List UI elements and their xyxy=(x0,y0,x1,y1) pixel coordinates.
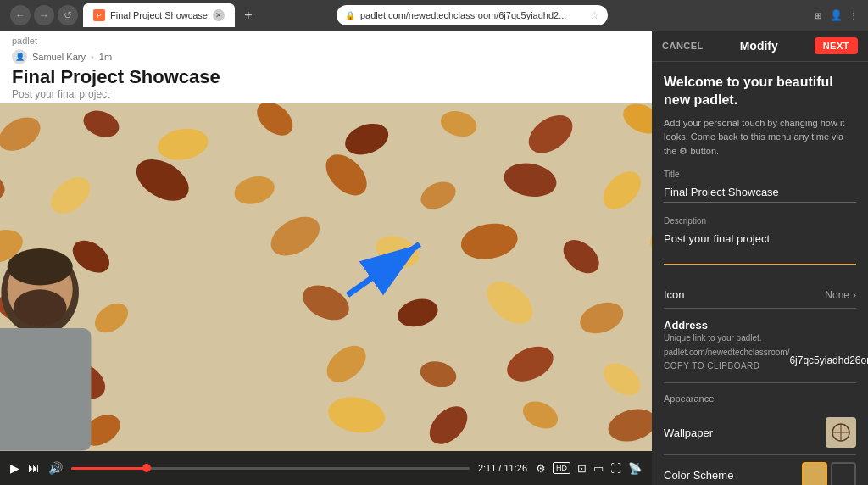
theater-icon[interactable]: ▭ xyxy=(593,462,604,475)
volume-button[interactable]: 🔊 xyxy=(48,461,63,475)
address-section: Address Unique link to your padlet. padl… xyxy=(664,319,856,383)
tab-favicon: P xyxy=(93,9,105,21)
svg-line-52 xyxy=(348,244,420,295)
settings-icon[interactable]: ⚙ xyxy=(536,462,546,475)
time-display: 2:11 / 11:26 xyxy=(478,463,527,473)
padlet-title: Final Project Showcase xyxy=(12,66,640,88)
wallpaper-label: Wallpaper xyxy=(664,426,713,439)
address-url: padlet.com/newedtechclassroom/ xyxy=(664,348,789,357)
tab-title: Final Project Showcase xyxy=(110,10,208,20)
extensions-icon: ⊞ xyxy=(810,8,826,23)
welcome-title: Welcome to your beautiful new padlet. xyxy=(664,74,856,109)
browser-toolbar: ⊞ 👤 ⋮ xyxy=(613,8,861,23)
title-field-section: Title xyxy=(664,170,856,203)
gear-inline-icon: ⚙ xyxy=(679,144,687,159)
color-scheme-label: Color Scheme xyxy=(664,469,733,482)
profile-icon: 👤 xyxy=(828,8,843,23)
svg-rect-50 xyxy=(0,328,91,451)
svg-point-48 xyxy=(8,248,73,285)
miniplayer-icon[interactable]: ⊡ xyxy=(577,462,587,475)
active-tab[interactable]: P Final Project Showcase ✕ xyxy=(83,3,235,27)
icon-row[interactable]: Icon None › xyxy=(664,282,856,309)
progress-thumb xyxy=(142,464,151,472)
browser-chrome: ← → ↺ P Final Project Showcase ✕ + 🔒 pad… xyxy=(0,0,868,31)
progress-fill xyxy=(71,467,147,470)
video-controls: ▶ ⏭ 🔊 2:11 / 11:26 ⚙ HD ⊡ ▭ ⛶ 📡 xyxy=(0,451,652,485)
avatar: 👤 xyxy=(12,49,27,64)
bottom-control-icons: ⚙ HD ⊡ ▭ ⛶ 📡 xyxy=(536,462,642,475)
welcome-desc: Add your personal touch by changing how … xyxy=(664,116,856,159)
svg-point-49 xyxy=(14,290,67,326)
description-field-label: Description xyxy=(664,216,856,226)
star-icon: ☆ xyxy=(590,9,599,21)
new-tab-button[interactable]: + xyxy=(238,5,259,25)
icon-row-value: None › xyxy=(825,289,856,301)
padlet-brand: padlet xyxy=(12,36,640,46)
modify-panel: CANCEL Modify NEXT Welcome to your beaut… xyxy=(652,31,868,485)
tab-close-button[interactable]: ✕ xyxy=(213,9,225,21)
progress-bar[interactable] xyxy=(71,467,470,470)
svg-rect-0 xyxy=(0,103,652,451)
time-ago: 1m xyxy=(99,52,112,62)
cancel-button[interactable]: CANCEL xyxy=(662,41,704,51)
appearance-section: Appearance Wallpaper Colo xyxy=(664,393,856,485)
refresh-button[interactable]: ↺ xyxy=(58,5,78,25)
url-text: padlet.com/newedtechclassroom/6j7qc5yiad… xyxy=(360,10,566,20)
icon-row-label: Icon xyxy=(664,288,685,301)
description-textarea[interactable]: Post your final project xyxy=(664,229,856,265)
lock-icon: 🔒 xyxy=(345,11,355,20)
color-thumb-warm[interactable]: ✓ xyxy=(802,462,827,485)
checkmark-icon: ✓ xyxy=(811,471,818,480)
video-container[interactable] xyxy=(0,103,652,451)
wallpaper-row[interactable]: Wallpaper xyxy=(664,410,856,455)
address-bar[interactable]: 🔒 padlet.com/newedtechclassroom/6j7qc5yi… xyxy=(337,5,608,25)
color-scheme-row[interactable]: Color Scheme ✓ xyxy=(664,455,856,485)
blue-arrow xyxy=(339,236,441,312)
title-field-label: Title xyxy=(664,170,856,179)
next-button[interactable]: NEXT xyxy=(815,37,858,54)
description-field-section: Description Post your final project xyxy=(664,216,856,268)
copy-to-clipboard-button[interactable]: COPY TO CLIPBOARD xyxy=(664,361,760,371)
modify-panel-title: Modify xyxy=(704,39,815,53)
forward-button[interactable]: → xyxy=(34,5,54,25)
fullscreen-icon[interactable]: ⛶ xyxy=(610,462,621,475)
cast-icon[interactable]: 📡 xyxy=(628,462,642,475)
color-scheme-thumbs: ✓ xyxy=(802,462,856,485)
modify-body: Welcome to your beautiful new padlet. Ad… xyxy=(652,62,868,485)
hd-badge: HD xyxy=(553,462,570,474)
next-button[interactable]: ⏭ xyxy=(28,461,40,475)
tab-bar: P Final Project Showcase ✕ + xyxy=(83,3,331,27)
leaves-background xyxy=(0,103,652,451)
address-label: Address xyxy=(664,319,856,332)
chevron-right-icon: › xyxy=(853,289,856,301)
modify-header: CANCEL Modify NEXT xyxy=(652,31,868,62)
wallpaper-thumbnail xyxy=(826,417,856,448)
color-thumb-dark[interactable] xyxy=(831,462,856,485)
address-row: padlet.com/newedtechclassroom/ COPY TO C… xyxy=(664,348,856,372)
nav-controls: ← → ↺ xyxy=(10,5,78,25)
play-button[interactable]: ▶ xyxy=(10,461,19,475)
back-button[interactable]: ← xyxy=(10,5,31,25)
appearance-section-label: Appearance xyxy=(664,393,856,404)
main-layout: padlet 👤 Samuel Kary • 1m Final Project … xyxy=(0,31,868,485)
wallpaper-thumb-svg xyxy=(827,419,854,446)
padlet-header: padlet 👤 Samuel Kary • 1m Final Project … xyxy=(0,31,652,103)
welcome-section: Welcome to your beautiful new padlet. Ad… xyxy=(664,74,856,158)
title-input[interactable] xyxy=(664,182,856,203)
padlet-meta: 👤 Samuel Kary • 1m xyxy=(12,49,640,64)
menu-icon: ⋮ xyxy=(846,8,861,23)
video-panel: padlet 👤 Samuel Kary • 1m Final Project … xyxy=(0,31,652,485)
padlet-subtitle: Post your final project xyxy=(12,88,640,100)
address-code: 6j7qc5yiadhd26on xyxy=(789,354,868,366)
address-sublabel: Unique link to your padlet. xyxy=(664,333,856,343)
author-name: Samuel Kary xyxy=(32,52,86,62)
dot-separator: • xyxy=(91,52,94,62)
